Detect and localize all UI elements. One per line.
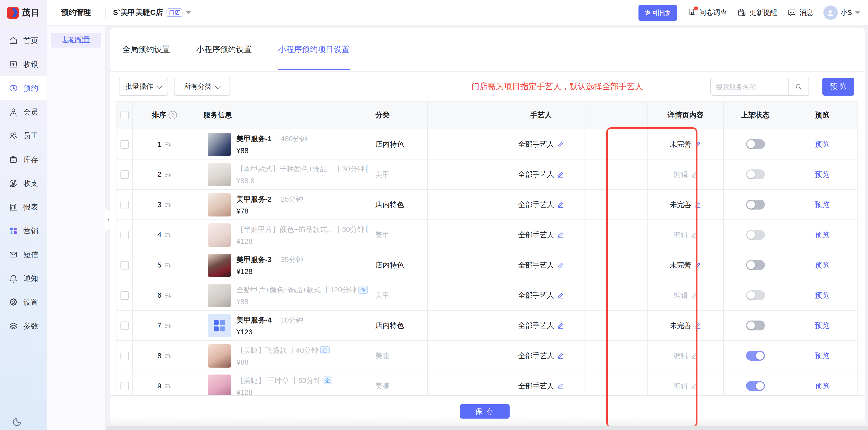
row-preview-link[interactable]: 预览 <box>815 139 829 149</box>
row-preview-link[interactable]: 预览 <box>815 291 829 300</box>
search-icon[interactable] <box>788 78 808 95</box>
edit-detail-icon[interactable] <box>694 141 702 147</box>
drag-sort-icon[interactable] <box>164 292 171 299</box>
tab-1[interactable]: 小程序预约设置 <box>196 30 252 70</box>
edit-detail-icon[interactable] <box>691 231 698 238</box>
drag-sort-icon[interactable] <box>164 382 171 390</box>
row-checkbox[interactable] <box>120 321 129 330</box>
sidebar-item-basic-config[interactable]: 基础配置 <box>51 33 101 47</box>
cell-detail[interactable]: 编辑 <box>648 280 724 310</box>
cell-detail[interactable]: 未完善 <box>648 190 724 220</box>
sidebar-item-home[interactable]: 首页 <box>0 29 47 53</box>
sidebar-item-finance[interactable]: 收支 <box>0 171 47 195</box>
edit-detail-icon[interactable] <box>694 262 702 268</box>
row-preview-link[interactable]: 预览 <box>815 381 829 391</box>
cell-artisan[interactable]: 全部手艺人 <box>498 371 584 395</box>
sidebar-item-cashier[interactable]: 收银 <box>0 53 47 76</box>
select-all-checkbox[interactable] <box>120 111 129 120</box>
cell-detail[interactable]: 编辑 <box>648 341 724 370</box>
row-preview-link[interactable]: 预览 <box>815 321 829 330</box>
sidebar-item-settings[interactable]: 设置 <box>0 290 47 314</box>
sidebar-item-booking[interactable]: 预约 <box>0 76 47 100</box>
edit-artisan-icon[interactable] <box>557 383 564 389</box>
cell-detail[interactable]: 未完善 <box>648 250 724 280</box>
drag-sort-icon[interactable] <box>164 171 171 178</box>
edit-artisan-icon[interactable] <box>557 231 564 238</box>
row-checkbox[interactable] <box>120 231 129 239</box>
cell-detail[interactable]: 编辑 <box>648 160 724 189</box>
row-preview-link[interactable]: 预览 <box>815 200 829 209</box>
publish-toggle[interactable] <box>746 381 765 391</box>
edit-detail-icon[interactable] <box>691 171 698 178</box>
row-checkbox[interactable] <box>120 140 129 148</box>
sidebar-item-report[interactable]: 报表 <box>0 195 47 219</box>
cell-artisan[interactable]: 全部手艺人 <box>498 220 584 250</box>
edit-artisan-icon[interactable] <box>557 352 564 359</box>
cell-artisan[interactable]: 全部手艺人 <box>498 341 584 370</box>
survey-menu-item[interactable]: 问卷调查 <box>687 8 727 17</box>
category-filter-dropdown[interactable]: 所有分类 <box>174 78 230 96</box>
cell-artisan[interactable]: 全部手艺人 <box>498 250 584 280</box>
sidebar-item-staff[interactable]: 员工 <box>0 124 47 147</box>
drag-sort-icon[interactable] <box>164 352 171 359</box>
drag-sort-icon[interactable] <box>164 140 171 148</box>
bulk-actions-dropdown[interactable]: 批量操作 <box>119 78 168 96</box>
publish-toggle[interactable] <box>746 260 765 270</box>
cell-detail[interactable]: 编辑 <box>648 371 724 395</box>
edit-detail-icon[interactable] <box>691 292 698 299</box>
update-reminder-menu-item[interactable]: 更新提醒 <box>737 8 777 17</box>
edit-detail-icon[interactable] <box>691 352 698 359</box>
publish-toggle[interactable] <box>746 169 765 179</box>
preview-button[interactable]: 预 览 <box>823 78 854 96</box>
row-checkbox[interactable] <box>120 352 129 360</box>
row-preview-link[interactable]: 预览 <box>815 351 829 360</box>
sidebar-item-stock[interactable]: 库存 <box>0 147 47 171</box>
cell-artisan[interactable]: 全部手艺人 <box>498 160 584 189</box>
drag-sort-icon[interactable] <box>164 231 171 238</box>
module-tab-booking[interactable]: 预约管理 <box>47 0 105 25</box>
tab-0[interactable]: 全局预约设置 <box>122 30 170 70</box>
row-checkbox[interactable] <box>120 382 129 390</box>
sidebar-item-notice[interactable]: 通知 <box>0 267 47 290</box>
row-checkbox[interactable] <box>120 261 129 269</box>
messages-menu-item[interactable]: 消息 <box>787 8 813 17</box>
drag-sort-icon[interactable] <box>164 322 171 329</box>
drag-sort-icon[interactable] <box>164 261 171 269</box>
cell-artisan[interactable]: 全部手艺人 <box>498 310 584 340</box>
edit-artisan-icon[interactable] <box>557 141 564 147</box>
row-preview-link[interactable]: 预览 <box>815 230 829 239</box>
cell-detail[interactable]: 未完善 <box>648 129 724 159</box>
cell-detail[interactable]: 编辑 <box>648 220 724 250</box>
user-menu[interactable]: 小S <box>823 5 860 20</box>
row-preview-link[interactable]: 预览 <box>815 170 829 179</box>
cell-detail[interactable]: 未完善 <box>648 310 724 340</box>
publish-toggle[interactable] <box>746 351 765 361</box>
cell-artisan[interactable]: 全部手艺人 <box>498 129 584 159</box>
search-input[interactable] <box>711 78 788 95</box>
edit-artisan-icon[interactable] <box>557 201 564 208</box>
publish-toggle[interactable] <box>746 139 765 149</box>
row-checkbox[interactable] <box>120 170 129 178</box>
edit-artisan-icon[interactable] <box>557 262 564 268</box>
cell-artisan[interactable]: 全部手艺人 <box>498 280 584 310</box>
publish-toggle[interactable] <box>746 200 765 209</box>
sidebar-item-params[interactable]: 参数 <box>0 314 47 338</box>
sidebar-item-member[interactable]: 会员 <box>0 100 47 124</box>
edit-artisan-icon[interactable] <box>557 171 564 178</box>
save-button[interactable]: 保 存 <box>460 404 509 419</box>
row-checkbox[interactable] <box>120 291 129 299</box>
sidebar-item-sms[interactable]: 短信 <box>0 243 47 267</box>
edit-detail-icon[interactable] <box>694 322 702 329</box>
back-to-old-version-button[interactable]: 返回旧版 <box>638 5 677 21</box>
cell-artisan[interactable]: 全部手艺人 <box>498 190 584 220</box>
edit-artisan-icon[interactable] <box>557 322 564 329</box>
row-preview-link[interactable]: 预览 <box>815 260 829 270</box>
sidebar-item-marketing[interactable]: 营销 <box>0 219 47 243</box>
publish-toggle[interactable] <box>746 290 765 300</box>
edit-artisan-icon[interactable] <box>557 292 564 299</box>
publish-toggle[interactable] <box>746 230 765 240</box>
help-icon[interactable]: ? <box>168 111 177 120</box>
row-checkbox[interactable] <box>120 200 129 209</box>
store-switcher[interactable]: S`美甲美睫C店 门店 <box>113 0 191 25</box>
dark-mode-moon-icon[interactable] <box>12 416 23 427</box>
